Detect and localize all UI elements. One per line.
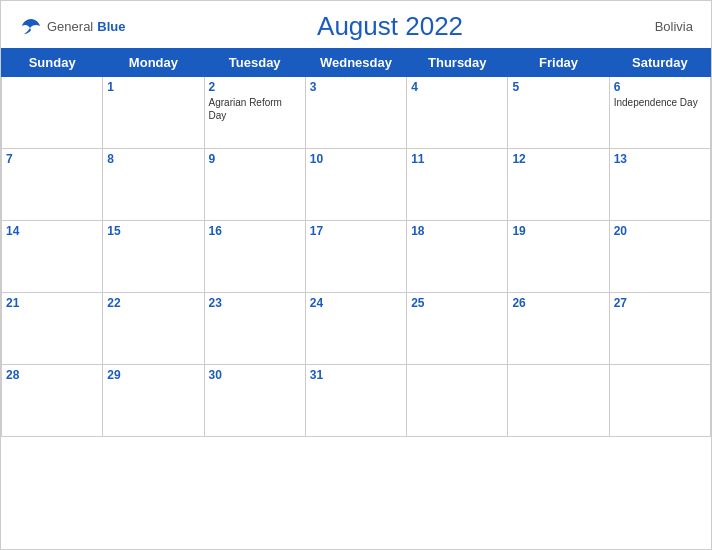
calendar-cell: 28 xyxy=(2,365,103,437)
weekday-header-row: Sunday Monday Tuesday Wednesday Thursday… xyxy=(2,49,711,77)
calendar-cell: 10 xyxy=(305,149,406,221)
calendar-cell: 1 xyxy=(103,77,204,149)
calendar-cell: 26 xyxy=(508,293,609,365)
day-number: 13 xyxy=(614,152,706,166)
calendar-cell: 4 xyxy=(407,77,508,149)
day-number: 1 xyxy=(107,80,199,94)
day-number: 26 xyxy=(512,296,604,310)
day-number: 8 xyxy=(107,152,199,166)
day-number: 2 xyxy=(209,80,301,94)
day-number: 31 xyxy=(310,368,402,382)
day-number: 12 xyxy=(512,152,604,166)
day-number: 16 xyxy=(209,224,301,238)
calendar-cell: 11 xyxy=(407,149,508,221)
day-number: 19 xyxy=(512,224,604,238)
calendar-header: GeneralBlue August 2022 Bolivia xyxy=(1,1,711,48)
day-number: 23 xyxy=(209,296,301,310)
header-saturday: Saturday xyxy=(609,49,710,77)
day-number: 21 xyxy=(6,296,98,310)
calendar-cell: 14 xyxy=(2,221,103,293)
day-number: 14 xyxy=(6,224,98,238)
calendar-cell: 2Agrarian Reform Day xyxy=(204,77,305,149)
calendar-cell xyxy=(508,365,609,437)
day-number: 15 xyxy=(107,224,199,238)
calendar-cell: 15 xyxy=(103,221,204,293)
day-number: 7 xyxy=(6,152,98,166)
header-monday: Monday xyxy=(103,49,204,77)
calendar-cell: 8 xyxy=(103,149,204,221)
day-number: 20 xyxy=(614,224,706,238)
calendar-cell: 29 xyxy=(103,365,204,437)
calendar-cell xyxy=(407,365,508,437)
calendar-week-row: 78910111213 xyxy=(2,149,711,221)
day-number: 27 xyxy=(614,296,706,310)
calendar-table: Sunday Monday Tuesday Wednesday Thursday… xyxy=(1,48,711,437)
day-number: 30 xyxy=(209,368,301,382)
calendar-cell: 19 xyxy=(508,221,609,293)
calendar-cell: 5 xyxy=(508,77,609,149)
day-number: 29 xyxy=(107,368,199,382)
calendar-cell: 16 xyxy=(204,221,305,293)
logo-general-text: General xyxy=(47,19,93,34)
event-text: Independence Day xyxy=(614,96,706,109)
day-number: 17 xyxy=(310,224,402,238)
calendar-cell: 13 xyxy=(609,149,710,221)
calendar-body: 12Agrarian Reform Day3456Independence Da… xyxy=(2,77,711,437)
calendar-week-row: 28293031 xyxy=(2,365,711,437)
calendar-cell: 27 xyxy=(609,293,710,365)
calendar-cell: 12 xyxy=(508,149,609,221)
day-number: 4 xyxy=(411,80,503,94)
header-wednesday: Wednesday xyxy=(305,49,406,77)
country-label: Bolivia xyxy=(655,19,693,34)
calendar-cell xyxy=(2,77,103,149)
calendar-cell: 3 xyxy=(305,77,406,149)
calendar-cell: 21 xyxy=(2,293,103,365)
event-text: Agrarian Reform Day xyxy=(209,96,301,122)
calendar-cell: 24 xyxy=(305,293,406,365)
day-number: 9 xyxy=(209,152,301,166)
calendar-cell: 9 xyxy=(204,149,305,221)
logo-area: GeneralBlue xyxy=(19,17,125,37)
header-thursday: Thursday xyxy=(407,49,508,77)
calendar-cell: 17 xyxy=(305,221,406,293)
day-number: 18 xyxy=(411,224,503,238)
logo-bird-icon xyxy=(19,17,43,37)
calendar-week-row: 12Agrarian Reform Day3456Independence Da… xyxy=(2,77,711,149)
day-number: 11 xyxy=(411,152,503,166)
calendar-cell: 20 xyxy=(609,221,710,293)
day-number: 22 xyxy=(107,296,199,310)
calendar-cell: 7 xyxy=(2,149,103,221)
day-number: 10 xyxy=(310,152,402,166)
day-number: 28 xyxy=(6,368,98,382)
day-number: 24 xyxy=(310,296,402,310)
calendar-cell: 18 xyxy=(407,221,508,293)
calendar-container: GeneralBlue August 2022 Bolivia Sunday M… xyxy=(0,0,712,550)
day-number: 5 xyxy=(512,80,604,94)
calendar-cell xyxy=(609,365,710,437)
calendar-cell: 30 xyxy=(204,365,305,437)
header-sunday: Sunday xyxy=(2,49,103,77)
calendar-week-row: 14151617181920 xyxy=(2,221,711,293)
calendar-cell: 31 xyxy=(305,365,406,437)
calendar-week-row: 21222324252627 xyxy=(2,293,711,365)
header-tuesday: Tuesday xyxy=(204,49,305,77)
day-number: 25 xyxy=(411,296,503,310)
calendar-cell: 6Independence Day xyxy=(609,77,710,149)
header-friday: Friday xyxy=(508,49,609,77)
calendar-cell: 22 xyxy=(103,293,204,365)
calendar-cell: 25 xyxy=(407,293,508,365)
logo-blue-text: Blue xyxy=(97,19,125,34)
day-number: 3 xyxy=(310,80,402,94)
calendar-title: August 2022 xyxy=(317,11,463,42)
calendar-cell: 23 xyxy=(204,293,305,365)
day-number: 6 xyxy=(614,80,706,94)
